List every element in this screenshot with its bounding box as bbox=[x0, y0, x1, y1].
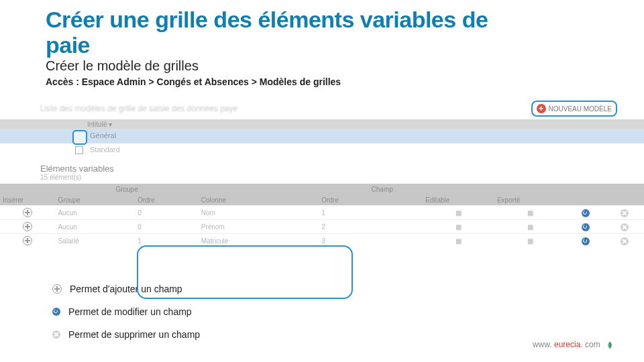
checkbox-icon bbox=[75, 146, 83, 154]
edit-row-icon[interactable] bbox=[582, 223, 590, 231]
list-column-header: Intitulé ▾ bbox=[0, 119, 644, 129]
list-row-label: Standard bbox=[90, 145, 120, 154]
slide-title-line2: paie bbox=[46, 34, 644, 58]
list-title: Liste des modèles de grille de saisie de… bbox=[40, 104, 237, 113]
delete-row-icon[interactable] bbox=[621, 237, 629, 245]
th-field: Champ bbox=[199, 184, 566, 194]
new-model-button[interactable]: + NOUVEAU MODÈLE bbox=[531, 101, 617, 117]
edit-row-icon[interactable] bbox=[582, 209, 590, 217]
th-group: Groupe bbox=[55, 184, 198, 194]
app-screenshot: Liste des modèles de grille de saisie de… bbox=[0, 97, 644, 247]
leaf-icon bbox=[605, 341, 614, 350]
slide-title-line1: Créer une grille des éléments variables … bbox=[46, 8, 644, 32]
edit-icon bbox=[52, 308, 60, 316]
add-row-icon[interactable] bbox=[23, 208, 32, 217]
table-row: Aucun 0 Nom 1 ▦ ▦ bbox=[0, 206, 644, 220]
delete-row-icon[interactable] bbox=[621, 209, 629, 217]
add-icon bbox=[52, 284, 62, 294]
footer-url: www. eurecia. com bbox=[533, 340, 614, 350]
list-row-selected[interactable]: Général bbox=[0, 129, 644, 143]
list-row-label: Général bbox=[90, 131, 116, 139]
slide-subtitle: Créer le modèle de grilles bbox=[46, 58, 644, 74]
list-row[interactable]: Standard bbox=[0, 143, 644, 157]
edit-row-icon[interactable] bbox=[582, 237, 590, 245]
legend-edit: Permet de modifier un champ bbox=[68, 306, 192, 317]
plus-icon: + bbox=[537, 104, 546, 113]
add-row-icon[interactable] bbox=[23, 236, 32, 245]
new-model-label: NOUVEAU MODÈLE bbox=[549, 105, 612, 113]
delete-row-icon[interactable] bbox=[621, 223, 629, 231]
table-row: Aucun 0 Prénom 2 ▦ ▦ bbox=[0, 220, 644, 234]
checkbox-icon bbox=[72, 130, 87, 145]
section-title: Eléments variables bbox=[40, 164, 644, 174]
section-count: 15 élément(s) bbox=[40, 174, 644, 181]
access-path: Accès : Espace Admin > Congés et Absence… bbox=[46, 76, 644, 87]
add-row-icon[interactable] bbox=[23, 222, 32, 231]
delete-icon bbox=[52, 330, 60, 339]
legend-delete: Permet de supprimer un champ bbox=[68, 329, 200, 340]
highlight-annotation bbox=[137, 245, 353, 299]
elements-table: Groupe Champ Insérer Groupe Ordre Colonn… bbox=[0, 184, 644, 247]
